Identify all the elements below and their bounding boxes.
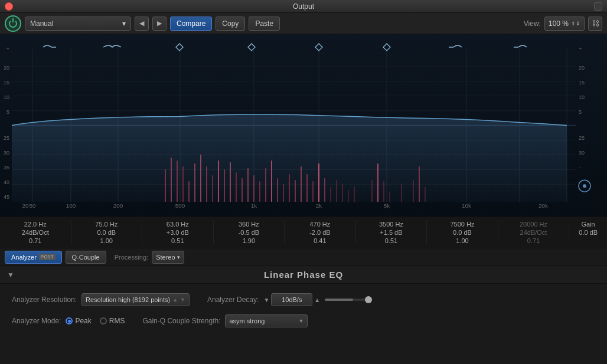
svg-text:15: 15 [4, 80, 9, 86]
svg-point-94 [583, 184, 586, 188]
collapse-button[interactable]: ▼ [7, 271, 14, 279]
svg-text:50: 50 [29, 202, 36, 209]
minimize-button[interactable] [594, 2, 602, 11]
svg-text:10: 10 [4, 94, 9, 100]
preset-dropdown[interactable]: Manual ▾ [25, 17, 131, 31]
rms-label: RMS [109, 317, 125, 325]
svg-text:5k: 5k [384, 202, 390, 209]
svg-text:1k: 1k [251, 202, 257, 209]
band-col-2[interactable]: 75.0 Hz 0.0 dB 1.00 [71, 221, 143, 244]
post-badge: POST [39, 254, 56, 260]
gain-q-dropdown[interactable]: asym strong ▼ [225, 314, 308, 327]
compare-button[interactable]: Compare [170, 17, 212, 31]
svg-text:20: 20 [22, 202, 29, 209]
band-6-q: 0.51 [385, 237, 397, 244]
chevron-down-icon: ▼ [299, 318, 304, 324]
plugin-name-bar: ▼ Linear Phase EQ [0, 266, 607, 284]
processing-value: Stereo [156, 254, 175, 261]
view-dropdown[interactable]: 100 % ⬆⬇ [544, 17, 585, 31]
toolbar: Manual ▾ ◀ ▶ Compare Copy Paste View: 10… [0, 13, 607, 34]
processing-section: Processing: Stereo ▾ [115, 251, 184, 264]
decay-down-icon[interactable]: ▼ [263, 297, 269, 303]
settings-panel: Analyzer Resolution: Resolution high (81… [0, 284, 607, 337]
paste-button[interactable]: Paste [249, 17, 280, 31]
band-3-db: +3.0 dB [167, 229, 189, 236]
band-col-1[interactable]: 22.0 Hz 24dB/Oct 0.71 [0, 221, 71, 244]
svg-text:15: 15 [579, 80, 585, 86]
band-2-q: 1.00 [100, 237, 113, 244]
band-col-6[interactable]: 3500 Hz +1.5 dB 0.51 [356, 221, 427, 244]
link-icon: ⛓ [592, 19, 599, 28]
band-col-8[interactable]: 20000 Hz 24dB/Oct 0.71 [498, 221, 570, 244]
analyzer-resolution-setting: Analyzer Resolution: Resolution high (81… [12, 293, 190, 306]
band-7-freq: 7500 Hz [450, 221, 474, 228]
gain-value: 0.0 dB [579, 229, 598, 236]
band-col-5[interactable]: 470 Hz -2.0 dB 0.41 [285, 221, 356, 244]
band-col-7[interactable]: 7500 Hz 0.0 dB 1.00 [427, 221, 498, 244]
analyzer-button[interactable]: Analyzer POST [5, 251, 62, 264]
svg-text:40: 40 [4, 179, 9, 185]
band-col-3[interactable]: 63.0 Hz +3.0 dB 0.51 [142, 221, 214, 244]
band-6-db: +1.5 dB [380, 229, 402, 236]
svg-text:2k: 2k [316, 202, 322, 209]
band-3-q: 0.51 [171, 237, 184, 244]
power-button[interactable] [5, 15, 21, 32]
svg-text:20k: 20k [539, 202, 548, 209]
preset-value: Manual [30, 19, 53, 28]
peak-radio-dot[interactable] [66, 317, 73, 324]
next-button[interactable]: ▶ [152, 17, 167, 31]
copy-button[interactable]: Copy [216, 17, 245, 31]
band-col-4[interactable]: 360 Hz -0.5 dB 1.90 [214, 221, 285, 244]
svg-text:30: 30 [579, 150, 585, 156]
gain-q-couple-setting: Gain-Q Couple Strength: asym strong ▼ [142, 314, 308, 327]
link-button[interactable]: ⛓ [588, 17, 602, 31]
power-icon [9, 19, 17, 28]
settings-row-1: Analyzer Resolution: Resolution high (81… [12, 293, 595, 306]
band-2-db: 0.0 dB [97, 229, 116, 236]
decay-up-icon[interactable]: ▲ [314, 297, 320, 303]
rms-radio[interactable]: RMS [100, 317, 125, 325]
analyzer-res-label: Analyzer Resolution: [12, 296, 77, 304]
band-7-db: 0.0 dB [453, 229, 472, 236]
band-8-db: 24dB/Oct [520, 229, 547, 236]
svg-text:10k: 10k [462, 202, 471, 209]
svg-text:-: - [579, 165, 580, 170]
band-controls: 22.0 Hz 24dB/Oct 0.71 75.0 Hz 0.0 dB 1.0… [0, 217, 607, 248]
peak-radio[interactable]: Peak [66, 317, 91, 325]
band-8-q: 0.71 [527, 237, 540, 244]
chevron-down-icon: ▾ [177, 254, 180, 260]
processing-dropdown[interactable]: Stereo ▾ [152, 251, 184, 264]
analyzer-label: Analyzer [11, 254, 37, 261]
band-1-freq: 22.0 Hz [24, 221, 47, 228]
view-label: View: [524, 19, 541, 28]
analyzer-res-value: Resolution high (8192 points) [86, 296, 170, 303]
peak-label: Peak [75, 317, 91, 325]
band-8-freq: 20000 Hz [520, 221, 547, 228]
svg-text:25: 25 [4, 135, 9, 141]
analyzer-res-dropdown[interactable]: Resolution high (8192 points) ▲ ▼ [81, 293, 190, 306]
band-4-q: 1.90 [243, 237, 255, 244]
decay-slider[interactable] [325, 299, 372, 301]
svg-text:35: 35 [4, 165, 9, 170]
title-bar: ✕ Output [0, 0, 607, 13]
analyzer-decay-setting: Analyzer Decay: ▼ 10dB/s ▲ [207, 293, 372, 306]
stepper-up-icon: ▲ [172, 297, 178, 303]
analyzer-mode-setting: Analyzer Mode: Peak RMS [12, 317, 125, 325]
band-3-freq: 63.0 Hz [167, 221, 189, 228]
band-4-db: -0.5 dB [239, 229, 259, 236]
band-1-db: 24dB/Oct [22, 229, 49, 236]
band-4-freq: 360 Hz [239, 221, 259, 228]
svg-text:30: 30 [4, 150, 9, 156]
prev-button[interactable]: ◀ [135, 17, 149, 31]
analyzer-decay-value[interactable]: 10dB/s [271, 293, 312, 306]
svg-text:5: 5 [6, 109, 9, 115]
bottom-controls: Analyzer POST Q-Couple Processing: Stere… [0, 248, 607, 266]
band-col-gain[interactable]: Gain 0.0 dB [569, 221, 607, 244]
q-couple-button[interactable]: Q-Couple [66, 251, 106, 264]
rms-radio-dot[interactable] [100, 317, 107, 324]
analyzer-mode-label: Analyzer Mode: [12, 317, 61, 325]
svg-text:+: + [579, 46, 582, 52]
close-button[interactable]: ✕ [5, 2, 13, 11]
eq-display[interactable]: 20 50 100 200 500 1k 2k 5k 10k 20k + 5 1… [0, 34, 607, 217]
processing-label: Processing: [115, 254, 148, 261]
